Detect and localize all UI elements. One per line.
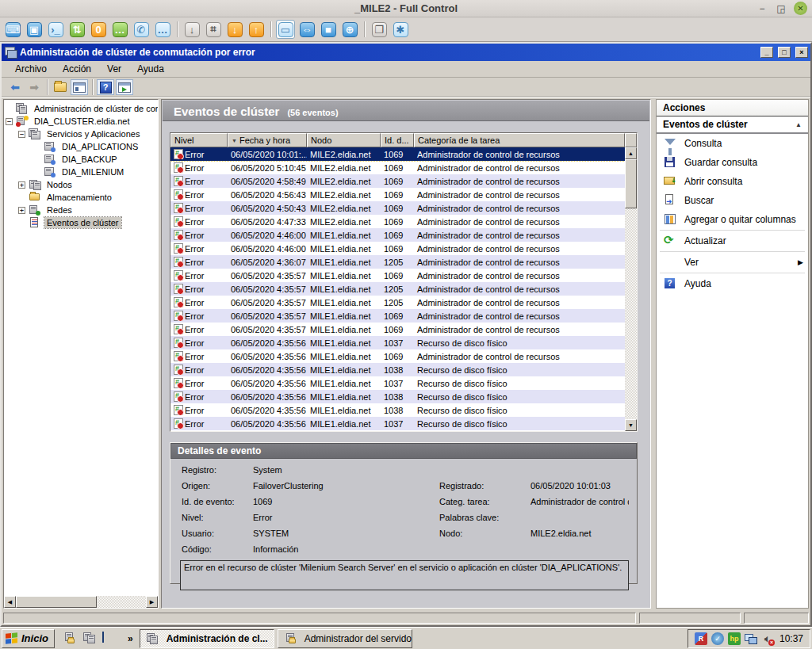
action-guardar-consulta[interactable]: Guardar consulta xyxy=(657,153,808,172)
tree-item-redes[interactable]: + Redes xyxy=(18,204,158,216)
action-agregar-quitar-columnas[interactable]: Agregar o quitar columnas xyxy=(657,210,808,229)
antivirus-tray-icon[interactable]: ✓ xyxy=(711,632,724,645)
start-button[interactable]: Inicio xyxy=(2,629,55,648)
vnc-close-button[interactable]: ✕ xyxy=(794,2,807,15)
column-header-fecha[interactable]: ▼Fecha y hora xyxy=(228,133,307,147)
screenshot-icon[interactable]: ↓ xyxy=(182,20,201,39)
vnc-restore-button[interactable]: ◲ xyxy=(775,2,787,15)
help-icon[interactable]: ? xyxy=(97,79,114,95)
vnc-server-tray-icon[interactable]: R xyxy=(695,632,707,645)
action-ver[interactable]: Ver ▶ xyxy=(657,253,808,272)
expand-expander-icon[interactable]: + xyxy=(18,181,25,189)
power-icon[interactable]: 0 xyxy=(89,20,108,39)
upload-box-icon[interactable]: ↑ xyxy=(247,20,266,39)
call-icon[interactable]: ✆ xyxy=(132,20,151,39)
action-consulta[interactable]: Consulta xyxy=(657,134,808,153)
show-console-tree-icon[interactable] xyxy=(71,79,88,95)
remote-screen-icon[interactable]: ▣ xyxy=(25,20,44,39)
event-row[interactable]: Error 06/05/2020 4:47:33 MILE2.eldia.net… xyxy=(170,215,625,228)
tree-item-almacenamiento[interactable]: Almacenamiento xyxy=(18,191,158,204)
remote-keyboard-icon[interactable]: ⌨ xyxy=(3,20,22,39)
event-row[interactable]: Error 06/05/2020 10:01:... MILE2.eldia.n… xyxy=(170,147,625,161)
column-header-id[interactable]: Id. d... xyxy=(381,133,414,147)
event-row[interactable]: Error 06/05/2020 4:56:43 MILE2.eldia.net… xyxy=(170,188,625,201)
mmc-maximize-button[interactable]: □ xyxy=(778,47,791,58)
mmc-close-button[interactable]: × xyxy=(795,47,808,58)
event-row[interactable]: Error 06/05/2020 4:35:56 MILE1.eldia.net… xyxy=(170,403,625,417)
event-row[interactable]: Error 06/05/2020 4:46:00 MILE1.eldia.net… xyxy=(170,228,625,242)
event-row[interactable]: Error 06/05/2020 4:46:00 MILE1.eldia.net… xyxy=(170,242,625,255)
taskbar-button-server-manager[interactable]: Administrador del servidor xyxy=(278,629,412,648)
mmc-titlebar[interactable]: Administración de clúster de conmutación… xyxy=(2,44,810,61)
event-row[interactable]: Error 06/05/2020 4:35:57 MILE1.eldia.net… xyxy=(170,282,625,296)
back-icon[interactable]: ⬅︎ xyxy=(6,79,24,95)
window-normal-view-icon[interactable]: ▭ xyxy=(276,20,295,39)
collapse-section-icon[interactable]: ▲ xyxy=(795,121,802,128)
tree-item-eventos[interactable]: Eventos de clúster xyxy=(18,216,158,229)
expand-view-icon[interactable]: ⊕ xyxy=(340,20,359,39)
taskbar-button-cluster-admin[interactable]: Administración de cl... xyxy=(140,629,274,648)
event-row[interactable]: Error 06/05/2020 4:35:56 MILE1.eldia.net… xyxy=(170,417,625,430)
menu-accion[interactable]: Acción xyxy=(56,62,98,76)
download-box-icon[interactable]: ↓ xyxy=(225,20,244,39)
show-desktop-icon[interactable] xyxy=(102,632,117,645)
action-ayuda[interactable]: ? Ayuda xyxy=(657,274,808,293)
events-vertical-scrollbar[interactable]: ▲ ▼ xyxy=(625,147,637,431)
event-row[interactable]: Error 06/05/2020 4:35:57 MILE1.eldia.net… xyxy=(170,309,625,323)
terminal-icon[interactable]: ›_ xyxy=(46,20,65,39)
event-row[interactable]: Error 06/05/2020 4:50:43 MILE2.eldia.net… xyxy=(170,201,625,215)
event-row[interactable]: Error 06/05/2020 4:35:56 MILE1.eldia.net… xyxy=(170,390,625,403)
menu-archivo[interactable]: Archivo xyxy=(8,62,54,76)
settings-tools-icon[interactable]: ✱ xyxy=(391,20,410,39)
column-header-nivel[interactable]: Nivel xyxy=(170,133,228,147)
window-switch-icon[interactable]: ❐ xyxy=(370,20,389,39)
connections-icon[interactable]: ⌗ xyxy=(204,20,223,39)
tree-item-dia-milenium[interactable]: DIA_MILENIUM xyxy=(44,166,158,178)
message-icon[interactable]: … xyxy=(153,20,172,39)
scroll-up-icon[interactable]: ▲ xyxy=(625,147,637,159)
forward-icon[interactable]: ➡︎ xyxy=(25,79,43,95)
tree-item-dia-aplications[interactable]: DIA_APLICATIONS xyxy=(44,140,158,153)
scrollbar-thumb[interactable] xyxy=(16,596,97,608)
scroll-down-icon[interactable]: ▼ xyxy=(625,419,637,431)
export-list-icon[interactable] xyxy=(116,79,133,95)
event-row[interactable]: Error 06/05/2020 4:35:57 MILE1.eldia.net… xyxy=(170,296,625,309)
vnc-minimize-button[interactable]: − xyxy=(756,2,768,15)
event-row[interactable]: Error 06/05/2020 4:35:57 MILE1.eldia.net… xyxy=(170,323,625,336)
tree-horizontal-scrollbar[interactable]: ◀ ▶ xyxy=(4,596,158,608)
network-tray-icon[interactable] xyxy=(745,632,757,645)
full-screen-icon[interactable]: ■ xyxy=(319,20,338,39)
event-row[interactable]: Error 06/05/2020 4:35:56 MILE1.eldia.net… xyxy=(170,336,625,349)
expand-expander-icon[interactable]: + xyxy=(18,207,25,214)
tree-item-servicios[interactable]: − Servicios y Aplicaciones xyxy=(18,128,158,140)
event-row[interactable]: Error 06/05/2020 4:35:56 MILE1.eldia.net… xyxy=(170,363,625,376)
tree-item-nodos[interactable]: + Nodos xyxy=(18,178,158,191)
event-row[interactable]: Error 06/05/2020 4:58:49 MILE2.eldia.net… xyxy=(170,174,625,188)
event-row[interactable]: Error 06/05/2020 4:36:07 MILE1.eldia.net… xyxy=(170,255,625,269)
menu-ver[interactable]: Ver xyxy=(100,62,128,76)
action-buscar[interactable]: Buscar xyxy=(657,191,808,210)
tree-item-cluster[interactable]: − DIA_CLUSTER.eldia.net xyxy=(6,115,158,128)
event-row[interactable]: Error 06/05/2020 5:10:45 MILE2.eldia.net… xyxy=(170,161,625,174)
tree-item-root[interactable]: Administración de clúster de conmu xyxy=(6,102,158,115)
event-row[interactable]: Error 06/05/2020 4:35:56 MILE1.eldia.net… xyxy=(170,376,625,390)
scroll-left-icon[interactable]: ◀ xyxy=(4,596,16,608)
action-actualizar[interactable]: ⟳ Actualizar xyxy=(657,231,808,250)
collapse-expander-icon[interactable]: − xyxy=(18,131,25,138)
server-manager-quicklaunch-icon[interactable] xyxy=(63,632,77,645)
volume-muted-icon[interactable]: 🔈︎ xyxy=(761,632,774,645)
cluster-admin-quicklaunch-icon[interactable] xyxy=(82,632,97,645)
chat-icon[interactable]: … xyxy=(110,20,129,39)
tree-item-dia-backup[interactable]: DIA_BACKUP xyxy=(44,153,158,166)
mmc-minimize-button[interactable]: _ xyxy=(760,47,773,58)
collapse-expander-icon[interactable]: − xyxy=(6,118,13,125)
column-header-nodo[interactable]: Nodo xyxy=(307,133,381,147)
event-row[interactable]: Error 06/05/2020 4:35:56 MILE1.eldia.net… xyxy=(170,349,625,363)
scrollbar-thumb[interactable] xyxy=(625,159,637,208)
transfer-arrows-icon[interactable]: ⇅ xyxy=(67,20,86,39)
actions-section-header[interactable]: Eventos de clúster ▲ xyxy=(657,116,808,134)
action-abrir-consulta[interactable]: Abrir consulta xyxy=(657,172,808,191)
up-folder-icon[interactable] xyxy=(52,79,69,95)
event-row[interactable]: Error 06/05/2020 4:35:57 MILE1.eldia.net… xyxy=(170,269,625,282)
hp-agent-tray-icon[interactable]: hp xyxy=(728,632,741,645)
